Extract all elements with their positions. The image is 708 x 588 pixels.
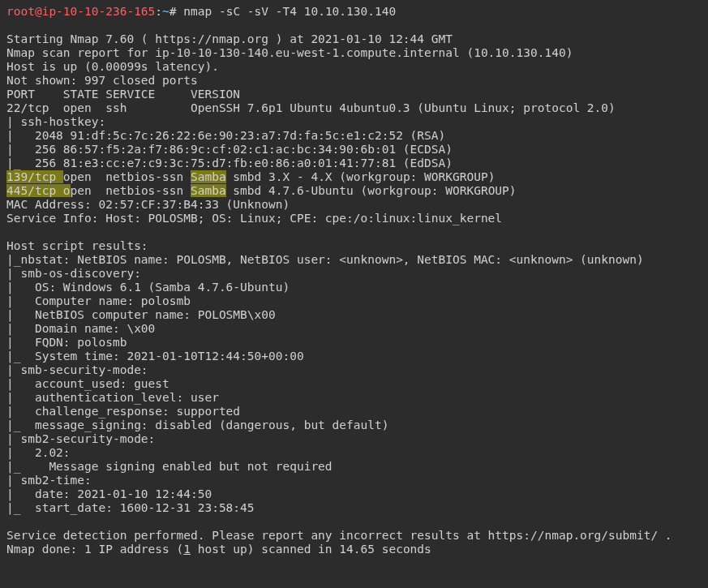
output-line: | account_used: guest xyxy=(6,377,169,390)
highlight-samba: Samba xyxy=(191,184,226,197)
prompt-user: root xyxy=(6,5,35,18)
prompt-path: ~ xyxy=(162,5,169,18)
output-line: MAC Address: 02:57:CF:37:B4:33 (Unknown) xyxy=(6,198,290,211)
output-line: Host is up (0.00099s latency). xyxy=(6,60,219,73)
output-line: | Domain name: \x00 xyxy=(6,322,155,335)
output-line: Nmap scan report for ip-10-10-130-140.eu… xyxy=(6,46,573,59)
prompt-at: @ xyxy=(35,5,42,18)
output-line: | authentication_level: user xyxy=(6,391,219,404)
output-line: |_ System time: 2021-01-10T12:44:50+00:0… xyxy=(6,350,304,363)
output-line: | smb-security-mode: xyxy=(6,363,155,376)
output-line: | challenge_response: supported xyxy=(6,405,240,418)
command-text: nmap -sC -sV -T4 10.10.130.140 xyxy=(183,5,396,18)
output-line: | 2.02: xyxy=(6,446,77,459)
output-line: |_ Message signing enabled but not requi… xyxy=(6,460,333,473)
output-line: smbd 4.7.6-Ubuntu (workgroup: WORKGROUP) xyxy=(226,184,517,197)
output-line: | ssh-hostkey: xyxy=(6,115,113,128)
output-line: Host script results: xyxy=(6,239,148,252)
output-line: | smb-os-discovery: xyxy=(6,267,148,280)
output-line: | FQDN: polosmb xyxy=(6,336,127,349)
output-line: | smb2-security-mode: xyxy=(6,432,162,445)
highlight-samba: Samba xyxy=(191,170,226,183)
output-line: host up) scanned in 14.65 seconds xyxy=(191,543,431,556)
prompt-hash: # xyxy=(169,5,183,18)
output-line: Nmap done: 1 IP address ( xyxy=(6,543,183,556)
output-line: |_nbstat: NetBIOS name: POLOSMB, NetBIOS… xyxy=(6,253,644,266)
output-line: | 256 86:57:f5:2a:f7:86:9c:cf:02:c1:ac:b… xyxy=(6,143,453,156)
output-line: Service Info: Host: POLOSMB; OS: Linux; … xyxy=(6,212,502,225)
output-line: |_ 256 81:e3:cc:e7:c9:3c:75:d7:fb:e0:86:… xyxy=(6,157,453,170)
prompt-host: ip-10-10-236-165 xyxy=(42,5,156,18)
highlight-port-445: 445/tcp o xyxy=(6,184,71,197)
output-line: 22/tcp open ssh OpenSSH 7.6p1 Ubuntu 4ub… xyxy=(6,101,616,114)
highlight-port-139: 139/tcp xyxy=(6,170,63,183)
output-line: open netbios-ssn xyxy=(63,170,191,183)
output-line: | NetBIOS computer name: POLOSMB\x00 xyxy=(6,308,276,321)
prompt-colon: : xyxy=(155,5,162,18)
output-line: | smb2-time: xyxy=(6,474,99,487)
output-line: Starting Nmap 7.60 ( https://nmap.org ) … xyxy=(6,32,453,45)
terminal-output[interactable]: root@ip-10-10-236-165:~# nmap -sC -sV -T… xyxy=(0,0,708,563)
output-line: | Computer name: polosmb xyxy=(6,294,191,307)
output-line: | date: 2021-01-10 12:44:50 xyxy=(6,487,212,500)
output-line: |_ message_signing: disabled (dangerous,… xyxy=(6,418,388,431)
output-line: pen netbios-ssn xyxy=(71,184,191,197)
output-underline: 1 xyxy=(183,543,191,556)
output-line: | OS: Windows 6.1 (Samba 4.7.6-Ubuntu) xyxy=(6,281,290,294)
output-line: | 2048 91:df:5c:7c:26:22:6e:90:23:a7:7d:… xyxy=(6,129,445,142)
output-line: Not shown: 997 closed ports xyxy=(6,74,198,87)
output-line: Service detection performed. Please repo… xyxy=(6,529,672,542)
output-line: PORT STATE SERVICE VERSION xyxy=(6,88,240,101)
output-line: |_ start_date: 1600-12-31 23:58:45 xyxy=(6,501,255,514)
output-line: smbd 3.X - 4.X (workgroup: WORKGROUP) xyxy=(226,170,496,183)
